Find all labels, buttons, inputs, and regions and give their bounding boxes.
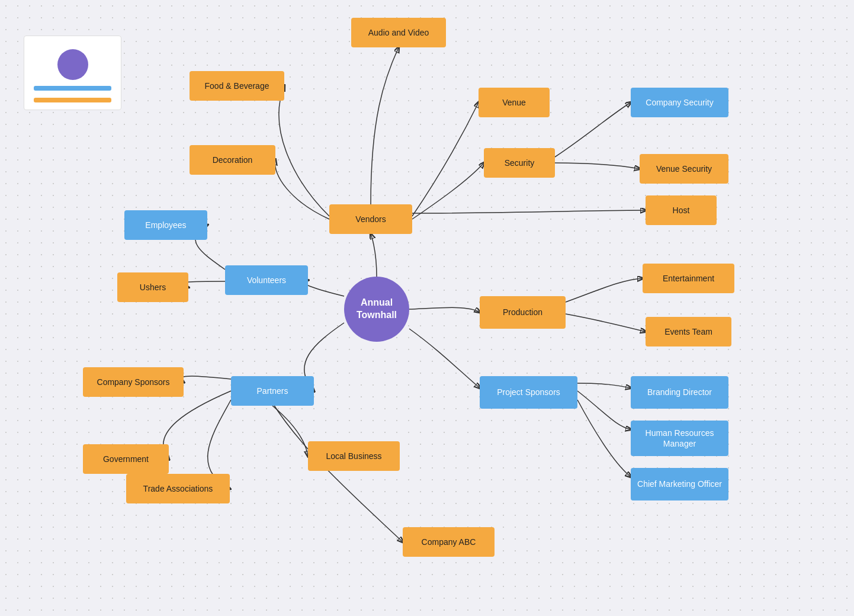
node-ushers: Ushers xyxy=(117,272,188,302)
node-audio_video: Audio and Video xyxy=(351,18,446,47)
node-project_sponsors: Project Sponsors xyxy=(480,376,577,409)
node-company_abc: Company ABC xyxy=(403,527,495,557)
node-cmo: Chief Marketing Officer xyxy=(631,468,728,500)
node-company_security: Company Security xyxy=(631,88,728,117)
node-government: Government xyxy=(83,444,169,474)
node-events_team: Events Team xyxy=(646,317,731,346)
legend-internal xyxy=(34,86,111,91)
node-company_sponsors: Company Sponsors xyxy=(83,367,184,397)
node-vendors: Vendors xyxy=(329,204,412,234)
node-employees: Employees xyxy=(124,210,207,240)
node-production: Production xyxy=(480,296,566,329)
legend xyxy=(24,36,121,110)
node-trade_associations: Trade Associations xyxy=(126,474,230,503)
node-venue_security: Venue Security xyxy=(640,154,728,184)
node-venue: Venue xyxy=(479,88,550,117)
node-volunteers: Volunteers xyxy=(225,265,308,295)
node-branding_director: Branding Director xyxy=(631,376,728,409)
node-security: Security xyxy=(484,148,555,178)
node-local_business: Local Business xyxy=(308,441,400,471)
legend-external xyxy=(34,98,111,102)
node-decoration: Decoration xyxy=(190,145,275,175)
center-node: Annual Townhall xyxy=(344,277,409,342)
node-hr_manager: Human Resources Manager xyxy=(631,421,728,456)
node-entertainment: Entertainment xyxy=(643,264,734,293)
node-host: Host xyxy=(646,195,717,225)
node-food_beverage: Food & Beverage xyxy=(190,71,284,101)
node-partners: Partners xyxy=(231,376,314,406)
legend-center-node xyxy=(57,49,88,80)
